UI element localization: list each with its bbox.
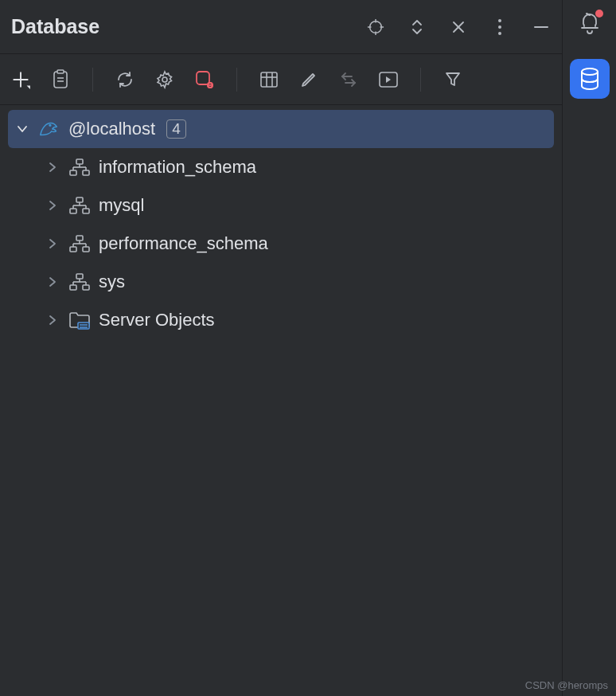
chevron-right-icon[interactable] bbox=[45, 312, 60, 328]
connection-label: @localhost bbox=[68, 119, 155, 139]
svg-rect-32 bbox=[76, 159, 83, 164]
svg-rect-48 bbox=[83, 247, 89, 252]
svg-rect-53 bbox=[76, 274, 83, 279]
svg-rect-47 bbox=[70, 247, 76, 252]
connection-node[interactable]: @localhost 4 bbox=[8, 110, 554, 148]
minimize-icon[interactable] bbox=[532, 18, 551, 37]
schema-count-badge: 4 bbox=[166, 119, 186, 139]
filter-icon[interactable] bbox=[442, 68, 464, 91]
database-tool-button[interactable] bbox=[570, 59, 610, 99]
svg-rect-13 bbox=[54, 72, 67, 88]
folder-server-icon bbox=[68, 309, 91, 331]
edit-icon[interactable] bbox=[298, 68, 320, 91]
svg-point-17 bbox=[162, 77, 167, 82]
svg-rect-23 bbox=[261, 72, 277, 87]
svg-rect-40 bbox=[70, 209, 76, 213]
toolbar bbox=[0, 54, 562, 105]
database-panel: Database bbox=[0, 0, 563, 696]
right-sidebar bbox=[563, 0, 616, 696]
svg-point-0 bbox=[370, 21, 382, 33]
server-objects-node[interactable]: Server Objects bbox=[8, 301, 554, 339]
add-icon[interactable] bbox=[10, 68, 32, 91]
header-actions bbox=[366, 18, 551, 37]
schema-label: information_schema bbox=[99, 157, 256, 178]
notification-dot-icon bbox=[595, 10, 603, 18]
separator bbox=[92, 68, 93, 92]
schema-label: mysql bbox=[99, 195, 144, 216]
svg-point-7 bbox=[498, 19, 501, 22]
schema-node[interactable]: information_schema bbox=[8, 148, 554, 186]
svg-rect-18 bbox=[197, 72, 209, 84]
svg-marker-30 bbox=[386, 76, 391, 83]
schema-icon bbox=[68, 233, 91, 255]
schema-label: performance_schema bbox=[99, 233, 268, 254]
ddl-icon[interactable] bbox=[49, 68, 72, 91]
notifications-button[interactable] bbox=[578, 11, 602, 35]
settings-icon[interactable] bbox=[154, 68, 176, 91]
transfer-icon[interactable] bbox=[337, 68, 360, 91]
mysql-dolphin-icon bbox=[38, 118, 60, 140]
svg-rect-33 bbox=[70, 170, 76, 175]
disconnect-icon[interactable] bbox=[193, 68, 216, 91]
svg-point-64 bbox=[582, 68, 598, 75]
schema-icon bbox=[68, 194, 91, 217]
refresh-icon[interactable] bbox=[114, 68, 136, 91]
chevron-right-icon[interactable] bbox=[45, 274, 60, 290]
target-icon[interactable] bbox=[366, 18, 385, 37]
svg-rect-54 bbox=[70, 285, 76, 290]
console-icon[interactable] bbox=[377, 68, 400, 91]
database-tree: @localhost 4 information_schema mysql bbox=[0, 105, 562, 696]
svg-point-9 bbox=[498, 32, 501, 35]
chevron-right-icon[interactable] bbox=[45, 236, 60, 252]
more-icon[interactable] bbox=[490, 18, 509, 37]
chevron-right-icon[interactable] bbox=[45, 159, 60, 175]
close-icon[interactable] bbox=[449, 18, 468, 37]
schema-icon bbox=[68, 271, 91, 293]
svg-rect-39 bbox=[76, 197, 83, 202]
panel-header: Database bbox=[0, 0, 562, 54]
schema-icon bbox=[68, 156, 91, 178]
svg-point-31 bbox=[49, 124, 51, 126]
svg-rect-46 bbox=[76, 236, 83, 240]
table-icon[interactable] bbox=[258, 68, 280, 91]
svg-rect-14 bbox=[57, 70, 64, 73]
schema-label: sys bbox=[99, 272, 125, 292]
svg-rect-34 bbox=[83, 170, 89, 175]
separator bbox=[420, 68, 421, 92]
chevron-right-icon[interactable] bbox=[45, 197, 60, 213]
schema-node[interactable]: performance_schema bbox=[8, 225, 554, 263]
svg-rect-55 bbox=[83, 285, 89, 290]
schema-node[interactable]: sys bbox=[8, 263, 554, 301]
panel-title: Database bbox=[11, 15, 366, 38]
schema-node[interactable]: mysql bbox=[8, 186, 554, 225]
svg-rect-41 bbox=[83, 209, 89, 213]
watermark: CSDN @heromps bbox=[525, 679, 608, 691]
chevron-down-icon[interactable] bbox=[14, 121, 30, 137]
separator bbox=[236, 68, 237, 92]
svg-point-8 bbox=[498, 25, 501, 29]
server-objects-label: Server Objects bbox=[99, 310, 215, 330]
expand-collapse-icon[interactable] bbox=[407, 18, 427, 37]
